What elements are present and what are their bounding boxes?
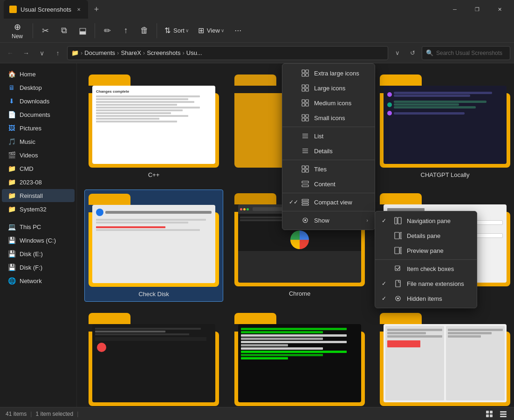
more-button[interactable]: ···: [230, 22, 247, 39]
submenu-item-nav-pane[interactable]: ✓ Navigation pane: [375, 213, 477, 228]
sidebar-item-cmd[interactable]: 📁 CMD: [2, 162, 75, 175]
menu-item-tiles[interactable]: Tiles: [282, 162, 375, 176]
folder-item-cpp[interactable]: Changes complete: [84, 71, 223, 182]
menu-label-extra-large: Extra large icons: [314, 70, 359, 77]
folder-label-chatgpt: CHATGPT Locally: [421, 171, 470, 178]
svg-rect-46: [490, 414, 493, 417]
sidebar-item-desktop[interactable]: 🖥 Desktop 📌: [2, 81, 75, 94]
menu-item-details[interactable]: Details: [282, 143, 375, 158]
submenu-item-checkboxes[interactable]: Item check boxes: [375, 261, 477, 276]
submenu-item-hidden[interactable]: ✓ Hidden items: [375, 291, 477, 306]
new-tab-button[interactable]: +: [90, 3, 103, 16]
sidebar-item-windows-c[interactable]: 💾 Windows (C:): [2, 234, 75, 247]
menu-item-compact[interactable]: ✓ Compact view: [282, 195, 375, 210]
svg-rect-10: [302, 103, 305, 106]
sidebar-item-videos[interactable]: 🎬 Videos 📌: [2, 149, 75, 162]
view-list-button[interactable]: [498, 409, 508, 419]
tab-close-button[interactable]: ✕: [75, 6, 82, 13]
submenu-label-hidden: Hidden items: [407, 295, 442, 302]
cut-button[interactable]: ✂: [37, 22, 54, 39]
rename-button[interactable]: ✏: [99, 22, 116, 39]
minimize-button[interactable]: ─: [444, 2, 466, 16]
submenu-item-details-pane[interactable]: Details pane: [375, 228, 477, 243]
sidebar-cmd-label: CMD: [20, 165, 34, 172]
menu-item-content[interactable]: Content: [282, 176, 375, 191]
address-path[interactable]: 📁 › Documents › ShareX › Screenshots › U…: [67, 46, 388, 60]
sidebar-item-home[interactable]: 🏠 Home: [2, 68, 75, 81]
delete-button[interactable]: 🗑: [136, 22, 153, 39]
restore-button[interactable]: ❐: [466, 2, 488, 16]
sidebar-item-system32[interactable]: 📁 System32: [2, 203, 75, 216]
folder-item-dark2[interactable]: [231, 309, 369, 407]
folder-thumbnail-chatgpt: [380, 75, 510, 168]
icon-large: [301, 84, 309, 92]
recent-locations-button[interactable]: ∨: [35, 47, 48, 60]
address-dropdown-button[interactable]: ∨: [391, 47, 404, 60]
folder-item-dark1[interactable]: [84, 309, 223, 407]
sidebar-item-disk-f[interactable]: 💾 Disk (F:): [2, 261, 75, 274]
sidebar-item-reinstall[interactable]: 📁 Reinstall: [2, 189, 75, 202]
folder-item-chatgpt[interactable]: CHATGPT Locally: [376, 71, 514, 182]
forward-button[interactable]: →: [20, 47, 33, 60]
search-box[interactable]: 🔍 Search Usual Screenshots: [422, 46, 510, 60]
svg-rect-37: [395, 247, 399, 254]
submenu-item-file-ext[interactable]: ✓ File name extensions: [375, 276, 477, 291]
menu-item-large[interactable]: Large icons: [282, 81, 375, 95]
up-button[interactable]: ↑: [51, 47, 64, 60]
music-icon: 🎵: [7, 137, 16, 146]
sort-button[interactable]: ⇅ Sort ∨: [161, 22, 192, 39]
sidebar-item-network[interactable]: 🌐 Network: [2, 274, 75, 287]
sidebar-item-downloads[interactable]: ⬇ Downloads 📌: [2, 95, 75, 108]
svg-rect-11: [306, 103, 308, 106]
menu-item-list[interactable]: List: [282, 129, 375, 143]
icon-preview-pane: [394, 246, 402, 255]
menu-item-small[interactable]: Small icons: [282, 110, 375, 125]
svg-rect-47: [500, 411, 507, 413]
toolbar-divider-1: [33, 23, 33, 38]
sidebar-item-pictures[interactable]: 🖼 Pictures 📌: [2, 122, 75, 135]
videos-icon: 🎬: [7, 151, 16, 159]
submenu-item-preview-pane[interactable]: Preview pane: [375, 243, 477, 258]
close-button[interactable]: ✕: [489, 2, 510, 16]
sidebar-disk-f-label: Disk (F:): [20, 264, 42, 271]
folder-item-checkdisk[interactable]: Check Disk: [84, 190, 223, 302]
sidebar-item-documents[interactable]: 📄 Documents 📌: [2, 108, 75, 121]
toolbar-divider-3: [157, 23, 157, 38]
icon-extra-large: [301, 69, 309, 77]
active-tab[interactable]: Usual Screenshots ✕: [4, 0, 88, 19]
desktop-icon: 🖥: [7, 83, 16, 92]
menu-item-extra-large[interactable]: Extra large icons: [282, 66, 375, 81]
view-grid-button[interactable]: [484, 409, 494, 419]
copy-button[interactable]: ⧉: [55, 22, 72, 39]
sidebar-item-2023[interactable]: 📁 2023-08: [2, 176, 75, 189]
back-button[interactable]: ←: [4, 47, 17, 60]
status-sep-2: |: [77, 411, 78, 417]
share-button[interactable]: ↑: [117, 22, 134, 39]
sidebar-item-disk-e[interactable]: 💾 Disk (E:): [2, 247, 75, 260]
menu-separator-2: [282, 160, 375, 160]
svg-rect-25: [306, 169, 308, 172]
refresh-button[interactable]: ↺: [406, 47, 419, 60]
svg-point-32: [304, 219, 306, 221]
menu-item-show[interactable]: Show › ✓ Navigation pane: [282, 213, 375, 228]
svg-rect-5: [306, 85, 308, 88]
svg-rect-15: [306, 118, 308, 121]
sort-arrow-icon: ∨: [185, 28, 189, 33]
sidebar-item-music[interactable]: 🎵 Music 📌: [2, 135, 75, 148]
sidebar-item-thispc[interactable]: 💻 This PC: [2, 220, 75, 233]
documents-icon: 📄: [7, 110, 16, 119]
svg-rect-4: [302, 85, 305, 88]
svg-rect-35: [395, 232, 399, 239]
paste-button[interactable]: ⬓: [74, 22, 91, 39]
new-button[interactable]: ⊕ New: [6, 20, 29, 41]
svg-rect-7: [306, 88, 308, 91]
menu-item-medium[interactable]: Medium icons: [282, 95, 375, 110]
svg-rect-9: [306, 100, 308, 102]
view-button[interactable]: ⊞ View ∨: [194, 22, 228, 39]
svg-rect-43: [486, 411, 489, 413]
folder-item-dark3[interactable]: [376, 309, 514, 407]
submenu-label-file-ext: File name extensions: [407, 280, 464, 287]
home-icon: 🏠: [7, 70, 16, 78]
svg-rect-26: [302, 181, 308, 183]
folder-preview-dark2: [238, 324, 361, 402]
